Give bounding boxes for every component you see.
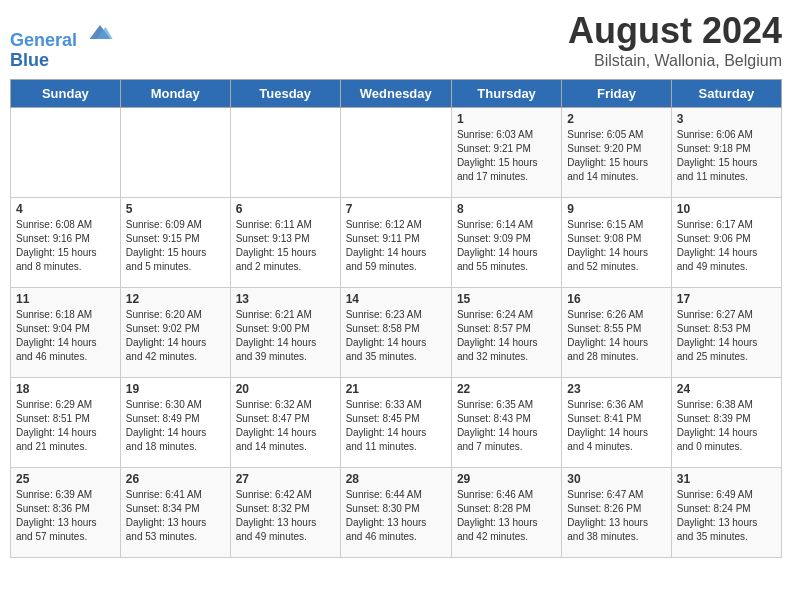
day-cell: 21Sunrise: 6:33 AM Sunset: 8:45 PM Dayli… <box>340 377 451 467</box>
day-cell: 5Sunrise: 6:09 AM Sunset: 9:15 PM Daylig… <box>120 197 230 287</box>
day-info: Sunrise: 6:12 AM Sunset: 9:11 PM Dayligh… <box>346 218 446 274</box>
day-cell: 18Sunrise: 6:29 AM Sunset: 8:51 PM Dayli… <box>11 377 121 467</box>
day-cell: 2Sunrise: 6:05 AM Sunset: 9:20 PM Daylig… <box>562 107 671 197</box>
day-info: Sunrise: 6:15 AM Sunset: 9:08 PM Dayligh… <box>567 218 665 274</box>
day-number: 20 <box>236 382 335 396</box>
day-info: Sunrise: 6:38 AM Sunset: 8:39 PM Dayligh… <box>677 398 776 454</box>
day-cell: 27Sunrise: 6:42 AM Sunset: 8:32 PM Dayli… <box>230 467 340 557</box>
day-cell: 3Sunrise: 6:06 AM Sunset: 9:18 PM Daylig… <box>671 107 781 197</box>
day-info: Sunrise: 6:36 AM Sunset: 8:41 PM Dayligh… <box>567 398 665 454</box>
day-number: 4 <box>16 202 115 216</box>
day-number: 14 <box>346 292 446 306</box>
day-cell: 19Sunrise: 6:30 AM Sunset: 8:49 PM Dayli… <box>120 377 230 467</box>
day-info: Sunrise: 6:27 AM Sunset: 8:53 PM Dayligh… <box>677 308 776 364</box>
day-cell: 1Sunrise: 6:03 AM Sunset: 9:21 PM Daylig… <box>451 107 561 197</box>
day-number: 5 <box>126 202 225 216</box>
day-number: 18 <box>16 382 115 396</box>
day-number: 24 <box>677 382 776 396</box>
day-info: Sunrise: 6:47 AM Sunset: 8:26 PM Dayligh… <box>567 488 665 544</box>
col-header-sunday: Sunday <box>11 79 121 107</box>
day-info: Sunrise: 6:23 AM Sunset: 8:58 PM Dayligh… <box>346 308 446 364</box>
logo-line2: Blue <box>10 51 114 71</box>
col-header-saturday: Saturday <box>671 79 781 107</box>
logo: General Blue <box>10 18 114 71</box>
day-cell: 6Sunrise: 6:11 AM Sunset: 9:13 PM Daylig… <box>230 197 340 287</box>
day-number: 11 <box>16 292 115 306</box>
day-number: 28 <box>346 472 446 486</box>
day-info: Sunrise: 6:06 AM Sunset: 9:18 PM Dayligh… <box>677 128 776 184</box>
day-number: 25 <box>16 472 115 486</box>
week-row-2: 4Sunrise: 6:08 AM Sunset: 9:16 PM Daylig… <box>11 197 782 287</box>
day-number: 6 <box>236 202 335 216</box>
day-info: Sunrise: 6:46 AM Sunset: 8:28 PM Dayligh… <box>457 488 556 544</box>
day-number: 17 <box>677 292 776 306</box>
day-cell: 29Sunrise: 6:46 AM Sunset: 8:28 PM Dayli… <box>451 467 561 557</box>
day-cell <box>120 107 230 197</box>
day-info: Sunrise: 6:05 AM Sunset: 9:20 PM Dayligh… <box>567 128 665 184</box>
day-number: 3 <box>677 112 776 126</box>
day-info: Sunrise: 6:33 AM Sunset: 8:45 PM Dayligh… <box>346 398 446 454</box>
day-number: 19 <box>126 382 225 396</box>
day-number: 15 <box>457 292 556 306</box>
day-cell: 7Sunrise: 6:12 AM Sunset: 9:11 PM Daylig… <box>340 197 451 287</box>
day-cell: 15Sunrise: 6:24 AM Sunset: 8:57 PM Dayli… <box>451 287 561 377</box>
week-row-5: 25Sunrise: 6:39 AM Sunset: 8:36 PM Dayli… <box>11 467 782 557</box>
day-info: Sunrise: 6:21 AM Sunset: 9:00 PM Dayligh… <box>236 308 335 364</box>
day-number: 13 <box>236 292 335 306</box>
title-block: August 2024 Bilstain, Wallonia, Belgium <box>568 10 782 70</box>
logo-icon <box>86 18 114 46</box>
day-number: 9 <box>567 202 665 216</box>
day-number: 30 <box>567 472 665 486</box>
col-header-friday: Friday <box>562 79 671 107</box>
logo-text: General <box>10 18 114 51</box>
day-number: 8 <box>457 202 556 216</box>
day-number: 16 <box>567 292 665 306</box>
day-info: Sunrise: 6:42 AM Sunset: 8:32 PM Dayligh… <box>236 488 335 544</box>
day-number: 26 <box>126 472 225 486</box>
day-info: Sunrise: 6:03 AM Sunset: 9:21 PM Dayligh… <box>457 128 556 184</box>
day-info: Sunrise: 6:26 AM Sunset: 8:55 PM Dayligh… <box>567 308 665 364</box>
day-info: Sunrise: 6:29 AM Sunset: 8:51 PM Dayligh… <box>16 398 115 454</box>
day-info: Sunrise: 6:35 AM Sunset: 8:43 PM Dayligh… <box>457 398 556 454</box>
day-cell <box>11 107 121 197</box>
day-number: 22 <box>457 382 556 396</box>
day-info: Sunrise: 6:14 AM Sunset: 9:09 PM Dayligh… <box>457 218 556 274</box>
day-cell <box>340 107 451 197</box>
day-info: Sunrise: 6:44 AM Sunset: 8:30 PM Dayligh… <box>346 488 446 544</box>
day-cell: 10Sunrise: 6:17 AM Sunset: 9:06 PM Dayli… <box>671 197 781 287</box>
day-cell: 22Sunrise: 6:35 AM Sunset: 8:43 PM Dayli… <box>451 377 561 467</box>
day-number: 2 <box>567 112 665 126</box>
calendar-table: SundayMondayTuesdayWednesdayThursdayFrid… <box>10 79 782 558</box>
day-number: 29 <box>457 472 556 486</box>
page-header: General Blue August 2024 Bilstain, Wallo… <box>10 10 782 71</box>
day-number: 21 <box>346 382 446 396</box>
day-cell: 25Sunrise: 6:39 AM Sunset: 8:36 PM Dayli… <box>11 467 121 557</box>
calendar-header: SundayMondayTuesdayWednesdayThursdayFrid… <box>11 79 782 107</box>
day-info: Sunrise: 6:39 AM Sunset: 8:36 PM Dayligh… <box>16 488 115 544</box>
day-cell: 28Sunrise: 6:44 AM Sunset: 8:30 PM Dayli… <box>340 467 451 557</box>
day-info: Sunrise: 6:08 AM Sunset: 9:16 PM Dayligh… <box>16 218 115 274</box>
week-row-3: 11Sunrise: 6:18 AM Sunset: 9:04 PM Dayli… <box>11 287 782 377</box>
calendar-body: 1Sunrise: 6:03 AM Sunset: 9:21 PM Daylig… <box>11 107 782 557</box>
day-info: Sunrise: 6:41 AM Sunset: 8:34 PM Dayligh… <box>126 488 225 544</box>
day-cell: 26Sunrise: 6:41 AM Sunset: 8:34 PM Dayli… <box>120 467 230 557</box>
day-cell: 24Sunrise: 6:38 AM Sunset: 8:39 PM Dayli… <box>671 377 781 467</box>
col-header-wednesday: Wednesday <box>340 79 451 107</box>
day-info: Sunrise: 6:18 AM Sunset: 9:04 PM Dayligh… <box>16 308 115 364</box>
col-header-thursday: Thursday <box>451 79 561 107</box>
day-info: Sunrise: 6:24 AM Sunset: 8:57 PM Dayligh… <box>457 308 556 364</box>
day-cell <box>230 107 340 197</box>
subtitle: Bilstain, Wallonia, Belgium <box>568 52 782 70</box>
day-cell: 20Sunrise: 6:32 AM Sunset: 8:47 PM Dayli… <box>230 377 340 467</box>
col-header-tuesday: Tuesday <box>230 79 340 107</box>
day-number: 10 <box>677 202 776 216</box>
day-number: 1 <box>457 112 556 126</box>
day-number: 12 <box>126 292 225 306</box>
day-cell: 23Sunrise: 6:36 AM Sunset: 8:41 PM Dayli… <box>562 377 671 467</box>
main-title: August 2024 <box>568 10 782 52</box>
day-cell: 31Sunrise: 6:49 AM Sunset: 8:24 PM Dayli… <box>671 467 781 557</box>
day-cell: 14Sunrise: 6:23 AM Sunset: 8:58 PM Dayli… <box>340 287 451 377</box>
day-cell: 12Sunrise: 6:20 AM Sunset: 9:02 PM Dayli… <box>120 287 230 377</box>
week-row-4: 18Sunrise: 6:29 AM Sunset: 8:51 PM Dayli… <box>11 377 782 467</box>
day-number: 7 <box>346 202 446 216</box>
